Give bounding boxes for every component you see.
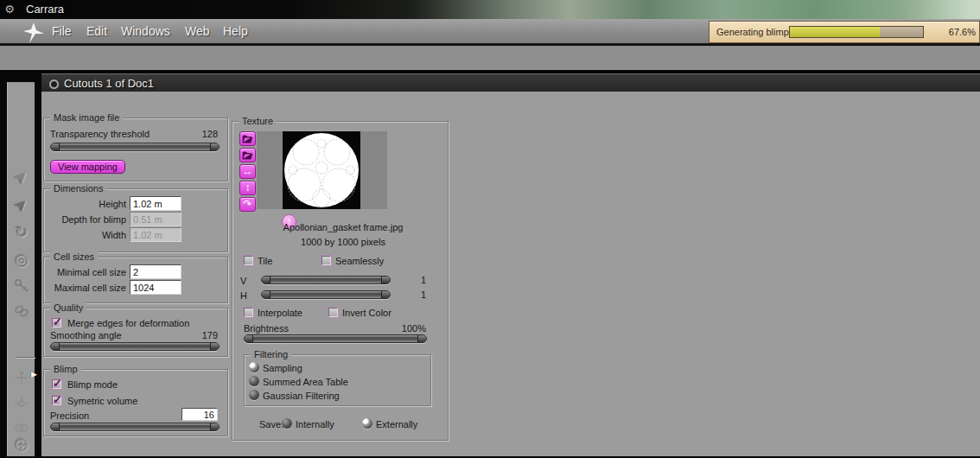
menu-edit[interactable]: Edit xyxy=(86,24,107,38)
summed-area-table-radio[interactable] xyxy=(249,376,259,386)
texture-preview-backdrop xyxy=(257,131,387,209)
panel-header: Cutouts 1 of Doc1 xyxy=(41,73,980,92)
texture-preview-image[interactable] xyxy=(283,131,360,209)
smoothing-angle-slider[interactable] xyxy=(50,342,220,351)
h-value: 1 xyxy=(404,289,426,300)
panel-title: Cutouts 1 of Doc1 xyxy=(64,77,154,90)
toolbar-divider xyxy=(16,357,35,358)
quality-legend: Quality xyxy=(50,302,86,313)
menu-help[interactable]: Help xyxy=(223,24,248,38)
progress-bar xyxy=(789,26,924,38)
pan-tool-icon[interactable]: ⊕ xyxy=(8,435,35,457)
invert-color-label: Invert Color xyxy=(342,308,391,318)
sampling-radio[interactable] xyxy=(249,362,259,372)
status-bar: 3:45 AM xyxy=(0,45,980,70)
merge-edges-checkbox[interactable] xyxy=(52,318,61,328)
menu-file[interactable]: File xyxy=(52,24,72,38)
flip-horizontal-icon[interactable]: ↔ xyxy=(239,164,256,179)
window-title: Carrara xyxy=(26,3,64,16)
precision-field[interactable] xyxy=(181,408,218,421)
blimp-mode-checkbox[interactable] xyxy=(52,379,61,389)
brightness-label: Brightness xyxy=(244,323,289,334)
carrara-app-window: ⚙ Carrara File Edit Windows Web Help Gen… xyxy=(0,0,980,458)
save-internally-label: Internally xyxy=(296,419,334,429)
width-label: Width xyxy=(50,230,126,240)
merge-edges-label: Merge edges for deformation xyxy=(67,318,189,328)
maximal-cell-size-label: Maximal cell size xyxy=(50,283,126,293)
dimensions-legend: Dimensions xyxy=(50,183,106,194)
width-field xyxy=(130,227,181,242)
texture-filename: Apollonian_gasket frame.jpg xyxy=(257,222,430,232)
transparency-threshold-label: Transparency threshold xyxy=(50,129,150,139)
view-mapping-button[interactable]: View mapping xyxy=(50,160,125,174)
progress-panel: Generating blimp 67.6% xyxy=(709,21,980,43)
invert-color-checkbox[interactable] xyxy=(328,308,338,317)
save-externally-label: Externally xyxy=(376,419,417,429)
save-label: Save: xyxy=(259,419,283,429)
tool-palette: ➤ ➤ ↻ ◎ ⊕ xyxy=(7,82,35,456)
height-label: Height xyxy=(50,199,126,209)
progress-label: Generating blimp xyxy=(716,27,789,37)
precision-label: Precision xyxy=(50,410,89,421)
v-value: 1 xyxy=(404,275,426,285)
cell-sizes-legend: Cell sizes xyxy=(50,251,98,262)
seamlessly-checkbox[interactable] xyxy=(321,256,331,265)
blimp-mode-label: Blimp mode xyxy=(67,379,118,390)
depth-for-blimp-label: Depth for blimp xyxy=(50,214,126,225)
sampling-label: Sampling xyxy=(263,363,302,373)
minimal-cell-size-label: Minimal cell size xyxy=(50,267,126,277)
texture-legend: Texture xyxy=(239,116,277,126)
rotate-tool-icon[interactable]: ↻ xyxy=(8,222,35,245)
v-slider[interactable] xyxy=(261,276,391,284)
flip-vertical-icon[interactable]: ↕ xyxy=(239,181,256,195)
tool-flyout-arrow-icon[interactable]: ▶ xyxy=(31,370,37,378)
menu-windows[interactable]: Windows xyxy=(121,24,170,38)
filtering-legend: Filtering xyxy=(251,349,291,359)
menu-web[interactable]: Web xyxy=(185,24,210,38)
save-internally-radio[interactable] xyxy=(282,418,292,429)
pointer-tool-icon[interactable]: ➤ xyxy=(8,167,35,189)
smoothing-angle-value: 179 xyxy=(183,330,218,340)
mask-group-legend: Mask image file xyxy=(50,112,123,123)
gaussian-filtering-radio[interactable] xyxy=(249,390,259,400)
transparency-threshold-value: 128 xyxy=(183,129,218,139)
carrara-logo xyxy=(22,22,45,48)
v-slider-label: V xyxy=(240,276,246,286)
blimp-legend: Blimp xyxy=(50,364,81,374)
tile-checkbox[interactable] xyxy=(244,256,253,265)
panel-bullet-icon xyxy=(49,80,59,89)
key-tool-icon[interactable] xyxy=(8,276,35,298)
title-bar: ⚙ Carrara xyxy=(0,0,980,19)
chain-tool-icon[interactable] xyxy=(8,300,35,322)
interpolate-checkbox[interactable] xyxy=(244,308,253,317)
smoothing-angle-label: Smoothing angle xyxy=(50,330,122,340)
interpolate-label: Interpolate xyxy=(258,308,302,318)
camera-tool-icon-2[interactable] xyxy=(8,393,35,416)
precision-slider[interactable] xyxy=(50,423,220,431)
gaussian-filtering-label: Gaussian Filtering xyxy=(263,391,340,401)
pointer-alt-tool-icon[interactable]: ➤ xyxy=(8,194,35,217)
maximal-cell-size-field[interactable] xyxy=(130,280,181,295)
h-slider[interactable] xyxy=(261,290,391,299)
texture-size: 1000 by 1000 pixels xyxy=(257,237,430,247)
progress-percent: 67.6% xyxy=(932,27,976,37)
symetric-volume-checkbox[interactable] xyxy=(52,396,61,405)
cutouts-panel: Cutouts 1 of Doc1 Mask image file Transp… xyxy=(41,73,980,456)
open-file-alt-icon[interactable] xyxy=(239,148,256,162)
h-slider-label: H xyxy=(240,290,247,301)
transparency-threshold-slider[interactable] xyxy=(50,143,220,151)
tile-label: Tile xyxy=(258,256,272,266)
taskbar-icon[interactable]: ⚙ xyxy=(3,3,16,16)
sphere-tool-icon[interactable]: ◎ xyxy=(8,250,35,272)
brightness-value: 100% xyxy=(391,323,426,334)
brightness-slider[interactable] xyxy=(244,334,427,343)
minimal-cell-size-field[interactable] xyxy=(130,264,181,279)
save-externally-radio[interactable] xyxy=(362,418,372,429)
progress-bar-fill xyxy=(790,27,880,37)
depth-for-blimp-field xyxy=(130,212,181,226)
seamlessly-label: Seamlessly xyxy=(335,256,384,266)
rotate-image-icon[interactable]: ↷ xyxy=(239,197,256,212)
open-file-icon[interactable] xyxy=(239,131,256,146)
height-field[interactable] xyxy=(130,196,181,211)
symetric-volume-label: Symetric volume xyxy=(67,396,137,406)
